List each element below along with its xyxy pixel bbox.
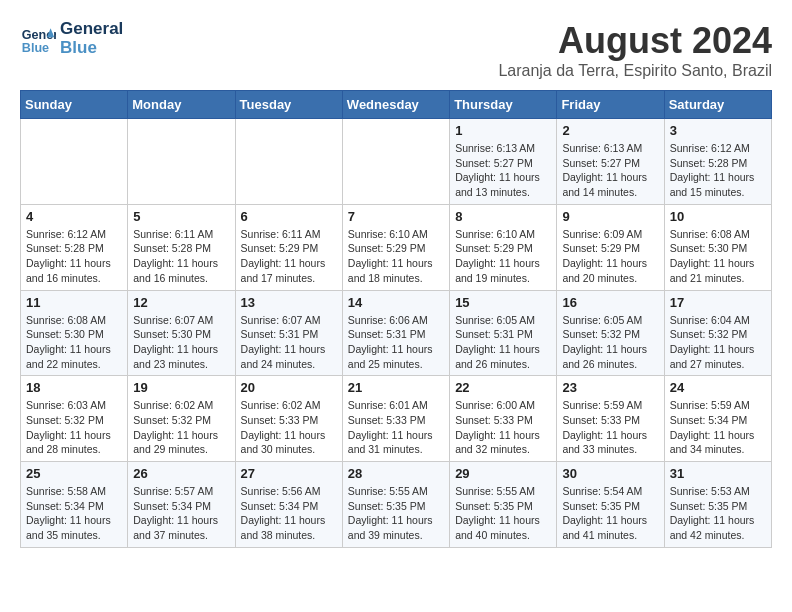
day-info: Sunrise: 6:00 AM Sunset: 5:33 PM Dayligh… <box>455 398 551 457</box>
day-info: Sunrise: 6:01 AM Sunset: 5:33 PM Dayligh… <box>348 398 444 457</box>
calendar-cell <box>235 119 342 205</box>
calendar-cell: 20Sunrise: 6:02 AM Sunset: 5:33 PM Dayli… <box>235 376 342 462</box>
day-info: Sunrise: 5:59 AM Sunset: 5:34 PM Dayligh… <box>670 398 766 457</box>
day-info: Sunrise: 6:08 AM Sunset: 5:30 PM Dayligh… <box>670 227 766 286</box>
calendar-cell: 22Sunrise: 6:00 AM Sunset: 5:33 PM Dayli… <box>450 376 557 462</box>
calendar-cell: 17Sunrise: 6:04 AM Sunset: 5:32 PM Dayli… <box>664 290 771 376</box>
day-number: 25 <box>26 466 122 481</box>
calendar-cell: 6Sunrise: 6:11 AM Sunset: 5:29 PM Daylig… <box>235 204 342 290</box>
calendar-cell: 3Sunrise: 6:12 AM Sunset: 5:28 PM Daylig… <box>664 119 771 205</box>
calendar-header: SundayMondayTuesdayWednesdayThursdayFrid… <box>21 91 772 119</box>
day-number: 27 <box>241 466 337 481</box>
calendar-week-row: 18Sunrise: 6:03 AM Sunset: 5:32 PM Dayli… <box>21 376 772 462</box>
weekday-header-sunday: Sunday <box>21 91 128 119</box>
day-number: 6 <box>241 209 337 224</box>
svg-text:Blue: Blue <box>22 40 49 54</box>
calendar-cell: 9Sunrise: 6:09 AM Sunset: 5:29 PM Daylig… <box>557 204 664 290</box>
day-info: Sunrise: 5:55 AM Sunset: 5:35 PM Dayligh… <box>455 484 551 543</box>
calendar-week-row: 25Sunrise: 5:58 AM Sunset: 5:34 PM Dayli… <box>21 462 772 548</box>
day-number: 22 <box>455 380 551 395</box>
calendar-cell: 18Sunrise: 6:03 AM Sunset: 5:32 PM Dayli… <box>21 376 128 462</box>
day-number: 14 <box>348 295 444 310</box>
calendar-cell: 1Sunrise: 6:13 AM Sunset: 5:27 PM Daylig… <box>450 119 557 205</box>
day-number: 12 <box>133 295 229 310</box>
day-info: Sunrise: 6:12 AM Sunset: 5:28 PM Dayligh… <box>670 141 766 200</box>
day-info: Sunrise: 6:02 AM Sunset: 5:32 PM Dayligh… <box>133 398 229 457</box>
calendar-cell: 25Sunrise: 5:58 AM Sunset: 5:34 PM Dayli… <box>21 462 128 548</box>
weekday-header-friday: Friday <box>557 91 664 119</box>
day-info: Sunrise: 6:06 AM Sunset: 5:31 PM Dayligh… <box>348 313 444 372</box>
logo-icon: General Blue <box>20 21 56 57</box>
day-number: 7 <box>348 209 444 224</box>
logo-general: General <box>60 20 123 39</box>
calendar-cell: 26Sunrise: 5:57 AM Sunset: 5:34 PM Dayli… <box>128 462 235 548</box>
day-number: 17 <box>670 295 766 310</box>
calendar-cell <box>21 119 128 205</box>
day-number: 18 <box>26 380 122 395</box>
day-number: 9 <box>562 209 658 224</box>
day-info: Sunrise: 5:57 AM Sunset: 5:34 PM Dayligh… <box>133 484 229 543</box>
day-number: 5 <box>133 209 229 224</box>
calendar-cell: 4Sunrise: 6:12 AM Sunset: 5:28 PM Daylig… <box>21 204 128 290</box>
day-info: Sunrise: 6:08 AM Sunset: 5:30 PM Dayligh… <box>26 313 122 372</box>
day-number: 29 <box>455 466 551 481</box>
calendar-cell: 31Sunrise: 5:53 AM Sunset: 5:35 PM Dayli… <box>664 462 771 548</box>
month-year-title: August 2024 <box>498 20 772 62</box>
calendar-cell: 28Sunrise: 5:55 AM Sunset: 5:35 PM Dayli… <box>342 462 449 548</box>
day-number: 13 <box>241 295 337 310</box>
day-info: Sunrise: 6:05 AM Sunset: 5:32 PM Dayligh… <box>562 313 658 372</box>
page-header: General Blue General Blue August 2024 La… <box>20 20 772 80</box>
day-info: Sunrise: 5:54 AM Sunset: 5:35 PM Dayligh… <box>562 484 658 543</box>
calendar-cell: 23Sunrise: 5:59 AM Sunset: 5:33 PM Dayli… <box>557 376 664 462</box>
day-info: Sunrise: 6:13 AM Sunset: 5:27 PM Dayligh… <box>562 141 658 200</box>
day-number: 1 <box>455 123 551 138</box>
day-info: Sunrise: 5:56 AM Sunset: 5:34 PM Dayligh… <box>241 484 337 543</box>
calendar-week-row: 11Sunrise: 6:08 AM Sunset: 5:30 PM Dayli… <box>21 290 772 376</box>
logo-blue: Blue <box>60 39 123 58</box>
calendar-table: SundayMondayTuesdayWednesdayThursdayFrid… <box>20 90 772 548</box>
day-number: 8 <box>455 209 551 224</box>
weekday-header-thursday: Thursday <box>450 91 557 119</box>
day-info: Sunrise: 6:11 AM Sunset: 5:29 PM Dayligh… <box>241 227 337 286</box>
day-info: Sunrise: 5:59 AM Sunset: 5:33 PM Dayligh… <box>562 398 658 457</box>
weekday-header-monday: Monday <box>128 91 235 119</box>
day-number: 16 <box>562 295 658 310</box>
calendar-cell: 15Sunrise: 6:05 AM Sunset: 5:31 PM Dayli… <box>450 290 557 376</box>
day-number: 31 <box>670 466 766 481</box>
day-number: 15 <box>455 295 551 310</box>
day-info: Sunrise: 5:55 AM Sunset: 5:35 PM Dayligh… <box>348 484 444 543</box>
calendar-cell: 5Sunrise: 6:11 AM Sunset: 5:28 PM Daylig… <box>128 204 235 290</box>
weekday-header-wednesday: Wednesday <box>342 91 449 119</box>
weekday-header-tuesday: Tuesday <box>235 91 342 119</box>
day-number: 24 <box>670 380 766 395</box>
day-number: 2 <box>562 123 658 138</box>
calendar-cell: 14Sunrise: 6:06 AM Sunset: 5:31 PM Dayli… <box>342 290 449 376</box>
weekday-header-saturday: Saturday <box>664 91 771 119</box>
calendar-cell: 24Sunrise: 5:59 AM Sunset: 5:34 PM Dayli… <box>664 376 771 462</box>
title-section: August 2024 Laranja da Terra, Espirito S… <box>498 20 772 80</box>
day-number: 19 <box>133 380 229 395</box>
calendar-cell: 2Sunrise: 6:13 AM Sunset: 5:27 PM Daylig… <box>557 119 664 205</box>
day-info: Sunrise: 6:07 AM Sunset: 5:31 PM Dayligh… <box>241 313 337 372</box>
calendar-cell: 29Sunrise: 5:55 AM Sunset: 5:35 PM Dayli… <box>450 462 557 548</box>
day-number: 26 <box>133 466 229 481</box>
day-number: 11 <box>26 295 122 310</box>
day-info: Sunrise: 6:03 AM Sunset: 5:32 PM Dayligh… <box>26 398 122 457</box>
calendar-body: 1Sunrise: 6:13 AM Sunset: 5:27 PM Daylig… <box>21 119 772 548</box>
calendar-cell: 19Sunrise: 6:02 AM Sunset: 5:32 PM Dayli… <box>128 376 235 462</box>
day-info: Sunrise: 6:05 AM Sunset: 5:31 PM Dayligh… <box>455 313 551 372</box>
day-number: 3 <box>670 123 766 138</box>
day-number: 10 <box>670 209 766 224</box>
day-info: Sunrise: 5:53 AM Sunset: 5:35 PM Dayligh… <box>670 484 766 543</box>
calendar-cell: 8Sunrise: 6:10 AM Sunset: 5:29 PM Daylig… <box>450 204 557 290</box>
day-number: 4 <box>26 209 122 224</box>
day-info: Sunrise: 6:09 AM Sunset: 5:29 PM Dayligh… <box>562 227 658 286</box>
day-info: Sunrise: 6:02 AM Sunset: 5:33 PM Dayligh… <box>241 398 337 457</box>
calendar-week-row: 4Sunrise: 6:12 AM Sunset: 5:28 PM Daylig… <box>21 204 772 290</box>
calendar-cell: 13Sunrise: 6:07 AM Sunset: 5:31 PM Dayli… <box>235 290 342 376</box>
calendar-cell: 12Sunrise: 6:07 AM Sunset: 5:30 PM Dayli… <box>128 290 235 376</box>
calendar-cell <box>342 119 449 205</box>
calendar-cell: 30Sunrise: 5:54 AM Sunset: 5:35 PM Dayli… <box>557 462 664 548</box>
calendar-cell <box>128 119 235 205</box>
day-number: 30 <box>562 466 658 481</box>
